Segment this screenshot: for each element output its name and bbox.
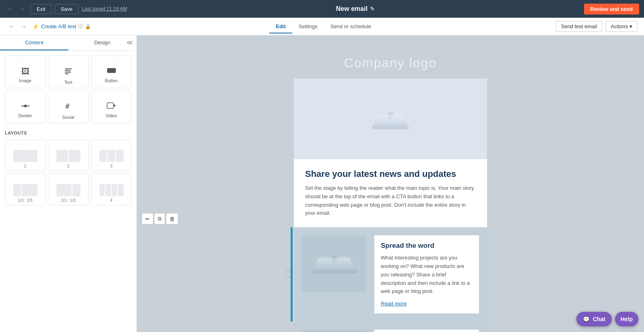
card1-illustration: [308, 243, 360, 285]
redo-button-small[interactable]: →: [19, 22, 29, 31]
hero-text-area: Share your latest news and updates Set t…: [294, 159, 487, 227]
module-social[interactable]: · · · · · · # Social: [48, 91, 89, 123]
tabs-group: Edit Settings Send or schedule: [269, 20, 378, 33]
svg-rect-7: [24, 105, 27, 107]
ab-test-label: Create A/B test: [41, 23, 76, 29]
sub-bar-right: Send test email Actions ▾: [556, 21, 638, 32]
sub-bar: ← → ⚡ Create A/B test ⓘ 🔒 Edit Settings …: [0, 18, 644, 35]
layout-4col-label: 4: [110, 198, 113, 203]
top-bar-right: Review and send: [584, 4, 639, 15]
svg-marker-10: [114, 104, 116, 107]
text-module-label: Text: [64, 80, 72, 85]
email-title-text: New email: [336, 5, 367, 12]
card1-image[interactable]: [302, 235, 366, 292]
svg-rect-9: [107, 103, 114, 108]
svg-rect-3: [65, 73, 69, 74]
module-button[interactable]: · · · · · · Button: [91, 56, 132, 88]
card2-section[interactable]: Spread the word What interesting project…: [294, 322, 487, 332]
video-module-label: Video: [106, 113, 117, 118]
email-title: New email ✎: [336, 5, 375, 12]
top-bar-center: New email ✎: [336, 5, 375, 12]
divider-module-icon: [21, 102, 30, 111]
svg-rect-0: [65, 68, 72, 69]
layout-1col-label: 1: [24, 164, 27, 168]
tab-send-schedule[interactable]: Send or schedule: [324, 20, 378, 33]
layout-3col[interactable]: · · · · · · 3: [91, 139, 132, 171]
card1-inner: Spread the word What interesting project…: [294, 227, 487, 322]
help-label: Help: [621, 316, 633, 322]
svg-text:#: #: [65, 102, 70, 110]
collapse-sidebar-button[interactable]: ≪: [126, 39, 133, 46]
hero-package-illustration: [364, 99, 417, 143]
hero-title: Share your latest news and updates: [305, 169, 476, 179]
layout-1col[interactable]: · · · · · · 1: [5, 139, 45, 171]
sub-bar-left: ← → ⚡ Create A/B test ⓘ 🔒: [6, 22, 91, 31]
float-edit-button[interactable]: ✏: [142, 213, 153, 224]
float-delete-button[interactable]: 🗑: [166, 213, 178, 224]
actions-label: Actions: [611, 23, 628, 29]
card1-title: Spread the word: [381, 242, 473, 250]
top-bar-left: ← → Exit Save Last saved 11:19 AM: [5, 4, 127, 14]
info-icon: ⓘ: [78, 23, 83, 30]
card1-section[interactable]: ⋮⋮: [294, 227, 487, 322]
svg-rect-2: [65, 72, 71, 73]
card2-image[interactable]: [302, 330, 366, 332]
undo-redo-group: ← →: [5, 4, 27, 13]
module-divider[interactable]: · · · · · · Divider: [5, 91, 45, 123]
layout-1-3-2-3[interactable]: · · · · · · 1/3 : 2/3: [5, 174, 45, 205]
hero-description: Set the stage by telling the reader what…: [305, 184, 476, 218]
card1-text: Spread the word What interesting project…: [374, 235, 479, 313]
svg-point-16: [387, 112, 394, 115]
video-module-icon: [107, 102, 116, 111]
email-canvas[interactable]: Company logo: [137, 35, 644, 332]
selection-accent-bar: [291, 227, 293, 322]
exit-button[interactable]: Exit: [31, 4, 52, 14]
layout-4col[interactable]: · · · · · · 4: [91, 174, 132, 205]
image-module-icon: 🖼: [21, 67, 29, 76]
sidebar-tabs: Content Design: [0, 35, 136, 51]
undo-button[interactable]: ←: [5, 4, 15, 13]
tab-settings[interactable]: Settings: [292, 20, 324, 33]
sidebar-tab-content[interactable]: Content: [0, 35, 68, 50]
help-button[interactable]: Help: [615, 312, 638, 326]
review-and-send-button[interactable]: Review and send: [584, 4, 639, 15]
send-test-email-button[interactable]: Send test email: [556, 21, 603, 32]
float-copy-button[interactable]: ⧉: [154, 213, 165, 224]
chat-icon: 💬: [583, 316, 590, 322]
undo-button-small[interactable]: ←: [6, 22, 17, 31]
layout-2col[interactable]: · · · · · · 2: [48, 139, 89, 171]
edit-title-icon[interactable]: ✎: [370, 6, 375, 12]
last-saved-label: Last saved 11:19 AM: [82, 6, 127, 12]
save-button[interactable]: Save: [55, 4, 79, 14]
module-image[interactable]: · · · · · · 🖼 Image: [5, 56, 45, 88]
ab-test-link[interactable]: ⚡ Create A/B test ⓘ 🔒: [32, 23, 91, 30]
button-module-label: Button: [105, 78, 118, 83]
actions-button[interactable]: Actions ▾: [605, 21, 638, 32]
layout-2-3-1-3[interactable]: · · · · · · 2/3 : 1/3: [48, 174, 89, 205]
social-module-icon: #: [64, 102, 73, 113]
divider-module-label: Divider: [18, 113, 32, 118]
email-logo-section: Company logo: [229, 44, 551, 79]
chat-label: Chat: [593, 316, 605, 322]
hero-image-area[interactable]: [294, 79, 487, 159]
hero-section: Share your latest news and updates Set t…: [294, 79, 487, 227]
card2-inner: Spread the word What interesting project…: [294, 322, 487, 332]
card1-read-more[interactable]: Read more: [381, 301, 407, 307]
social-module-label: Social: [62, 115, 74, 120]
ab-icon: ⚡: [32, 23, 39, 30]
card2-text: Spread the word What interesting project…: [374, 330, 479, 332]
canvas-inner: Company logo: [229, 35, 551, 332]
redo-button[interactable]: →: [17, 4, 27, 13]
layout-3col-label: 3: [110, 164, 113, 168]
module-video[interactable]: · · · · · · Video: [91, 91, 132, 123]
chat-button[interactable]: 💬 Chat: [576, 312, 612, 326]
layout-grid: · · · · · · 1 · · · · · · 2 · · · · · · …: [0, 137, 136, 210]
main-layout: Content Design ≪ · · · · · · 🖼 Image · ·…: [0, 35, 644, 332]
layouts-section-label: LAYOUTS: [0, 128, 136, 137]
tab-edit[interactable]: Edit: [269, 20, 292, 33]
text-module-icon: [64, 67, 73, 78]
pencil-icon: ✏: [145, 216, 150, 222]
module-text[interactable]: · · · · · · Text: [48, 56, 89, 88]
image-module-label: Image: [19, 78, 31, 83]
svg-rect-12: [374, 123, 408, 127]
